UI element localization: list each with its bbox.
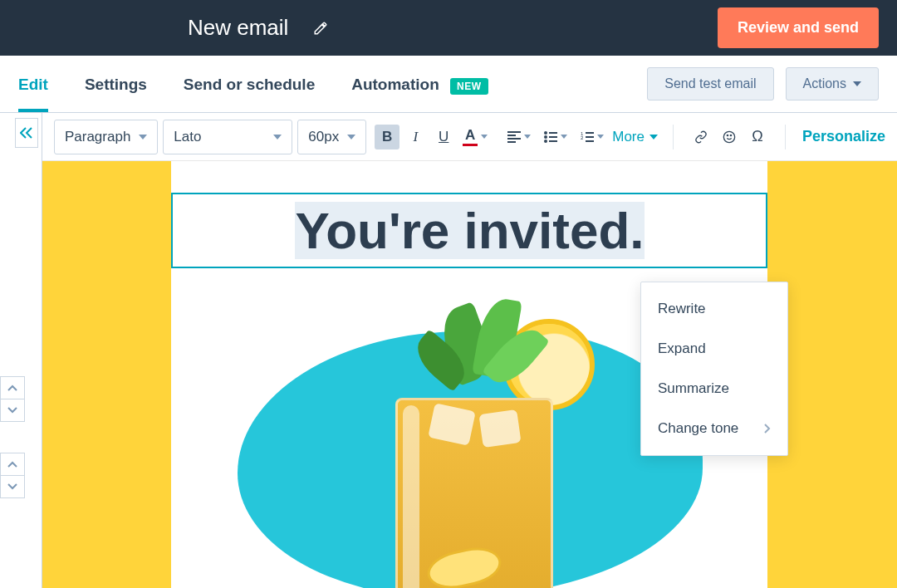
actions-dropdown[interactable]: Actions [786, 67, 879, 100]
bullet-list-icon [544, 131, 557, 143]
insert-group: Ω [685, 125, 773, 149]
more-label: More [612, 129, 645, 145]
caret-down-icon [273, 135, 282, 140]
headline-text[interactable]: You're invited. [173, 194, 766, 267]
send-test-email-button[interactable]: Send test email [647, 67, 773, 100]
move-down-button-2[interactable] [0, 475, 25, 498]
menu-item-summarize[interactable]: Summarize [641, 369, 787, 409]
caret-down-icon [853, 81, 861, 86]
toolbar-divider [785, 125, 786, 149]
text-color-button[interactable]: A [459, 125, 491, 149]
headline-selected-block[interactable]: You're invited. [171, 193, 767, 268]
pencil-icon [313, 21, 328, 36]
tab-automation-label: Automation [351, 76, 439, 93]
caret-down-icon [481, 135, 488, 139]
underline-button[interactable]: U [431, 125, 456, 149]
svg-point-2 [544, 135, 547, 139]
omega-icon: Ω [752, 128, 762, 145]
caret-down-icon [561, 135, 567, 139]
font-family-value: Lato [174, 129, 201, 145]
caret-down-icon [347, 135, 355, 140]
svg-point-12 [727, 135, 728, 135]
svg-point-0 [544, 131, 547, 135]
menu-item-rewrite[interactable]: Rewrite [641, 289, 787, 329]
bold-icon: B [382, 129, 392, 145]
insert-link-button[interactable] [689, 125, 713, 149]
svg-rect-6 [586, 132, 594, 134]
numbered-list-button[interactable]: 12 [576, 125, 609, 149]
headline-selection: You're invited. [295, 202, 644, 259]
text-toolbar: Paragraph Lato 60px B I U A [42, 113, 897, 161]
editor-area: Paragraph Lato 60px B I U A [0, 113, 897, 588]
svg-point-13 [730, 135, 731, 135]
move-down-button[interactable] [0, 399, 25, 422]
actions-label: Actions [803, 76, 846, 91]
ai-context-menu: Rewrite Expand Summarize Change tone [640, 282, 788, 456]
chevron-down-icon [7, 407, 17, 414]
new-badge: NEW [450, 78, 488, 95]
chevron-right-icon [764, 424, 771, 434]
smiley-icon [723, 130, 736, 144]
svg-rect-7 [586, 136, 594, 138]
tab-settings[interactable]: Settings [85, 57, 147, 111]
link-icon [694, 130, 708, 144]
toolbar-divider [673, 125, 674, 149]
double-chevron-left-icon [20, 127, 33, 139]
personalize-button[interactable]: Personalize [802, 128, 885, 145]
svg-rect-3 [549, 136, 557, 138]
tab-edit[interactable]: Edit [18, 57, 48, 111]
block-style-value: Paragraph [65, 129, 130, 145]
underline-icon: U [439, 129, 448, 145]
font-family-select[interactable]: Lato [163, 120, 292, 154]
canvas-scroll[interactable]: You're invited. [42, 161, 897, 588]
svg-rect-5 [549, 140, 557, 142]
mint-leaves-icon [420, 298, 537, 414]
text-style-group: B I U A [371, 125, 494, 149]
menu-item-expand[interactable]: Expand [641, 329, 787, 369]
review-and-send-button[interactable]: Review and send [718, 7, 879, 48]
svg-point-4 [544, 140, 547, 143]
insert-special-char-button[interactable]: Ω [745, 125, 770, 149]
caret-down-icon [524, 135, 531, 139]
move-up-button-2[interactable] [0, 453, 25, 476]
block-nav-group-1 [0, 377, 25, 422]
font-size-select[interactable]: 60px [297, 120, 366, 154]
tab-automation[interactable]: Automation NEW [351, 57, 488, 111]
move-up-button[interactable] [0, 376, 25, 399]
italic-button[interactable]: I [403, 125, 428, 149]
lemonade-illustration [387, 306, 561, 588]
collapse-sidebar-button[interactable] [15, 118, 38, 148]
tab-bar: Edit Settings Send or schedule Automatio… [0, 56, 897, 113]
bold-button[interactable]: B [375, 125, 399, 149]
more-formatting-button[interactable]: More [612, 129, 658, 145]
text-color-icon: A [463, 128, 478, 146]
insert-emoji-button[interactable] [717, 125, 742, 149]
align-button[interactable] [502, 125, 536, 149]
top-bar: New email Review and send [0, 0, 897, 56]
tab-send-or-schedule[interactable]: Send or schedule [184, 57, 315, 111]
caret-down-icon [597, 135, 604, 139]
block-nav-group-2 [0, 453, 25, 498]
italic-icon: I [413, 129, 418, 145]
chevron-up-icon [7, 461, 17, 468]
rename-button[interactable] [308, 16, 333, 41]
svg-rect-8 [586, 140, 594, 142]
menu-item-change-tone[interactable]: Change tone [641, 409, 787, 448]
svg-rect-1 [549, 132, 557, 134]
align-left-icon [507, 131, 521, 143]
collapse-column [0, 113, 42, 588]
glass-body [395, 398, 553, 588]
bullet-list-button[interactable] [539, 125, 572, 149]
caret-down-icon [139, 135, 147, 140]
paragraph-group: 12 More [499, 125, 661, 149]
editor-main: Paragraph Lato 60px B I U A [42, 113, 897, 588]
svg-text:2: 2 [581, 135, 584, 140]
numbered-list-icon: 12 [581, 131, 594, 143]
font-size-value: 60px [308, 129, 339, 145]
chevron-up-icon [7, 385, 17, 391]
page-title: New email [188, 15, 288, 41]
caret-down-icon [649, 135, 658, 140]
chevron-down-icon [7, 483, 17, 490]
change-tone-label: Change tone [658, 420, 738, 437]
block-style-select[interactable]: Paragraph [54, 120, 158, 154]
